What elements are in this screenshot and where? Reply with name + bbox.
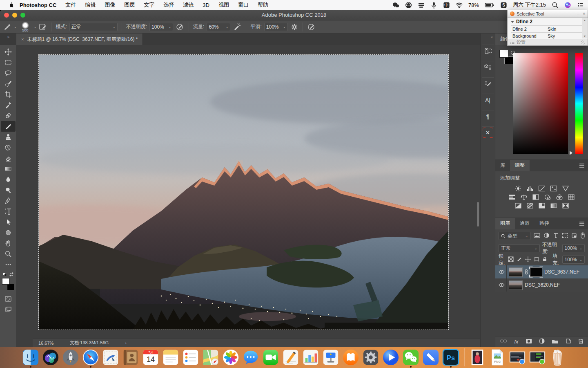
- history-brush-tool[interactable]: [1, 142, 16, 153]
- selective-tool-scrollbar[interactable]: ▲ ▼: [582, 18, 587, 38]
- hue-saturation-icon[interactable]: [508, 194, 516, 200]
- default-swap-colors-icons[interactable]: [3, 272, 13, 276]
- wechat-status-icon[interactable]: [392, 2, 399, 9]
- dodge-tool[interactable]: [1, 185, 16, 195]
- menu-window[interactable]: 窗口: [238, 1, 249, 9]
- vibrance-icon[interactable]: [561, 185, 570, 192]
- history-panel-icon[interactable]: [482, 45, 494, 57]
- menu-help[interactable]: 帮助: [258, 1, 268, 9]
- menu-bar-clock[interactable]: 周六 下午2:15: [513, 1, 546, 9]
- black-white-icon[interactable]: [532, 194, 540, 200]
- layer-row-dsc3620[interactable]: DSC_3620.NEF: [495, 278, 588, 292]
- nik-selective-tool-icon[interactable]: ✕: [482, 126, 494, 139]
- crop-tool[interactable]: [1, 89, 16, 100]
- color-picker-ring[interactable]: [511, 51, 515, 55]
- tab-layers[interactable]: 图层: [495, 218, 515, 229]
- curves-icon[interactable]: [538, 185, 546, 192]
- dock-png-file-icon[interactable]: PNG: [488, 347, 507, 368]
- selective-tool-close-button[interactable]: ×: [583, 11, 585, 16]
- creative-cloud-status-icon[interactable]: [405, 2, 412, 9]
- wifi-status-icon[interactable]: [456, 2, 463, 9]
- brush-tool[interactable]: [1, 121, 16, 132]
- notification-center-icon[interactable]: [577, 2, 584, 9]
- screen-mode-button[interactable]: [1, 304, 16, 315]
- gradient-tool[interactable]: [1, 164, 16, 174]
- layer-style-fx-icon[interactable]: fx: [514, 339, 518, 345]
- selective-tool-window[interactable]: Selective Tool – × Dfine 2 Dfine 2 Skin …: [507, 10, 588, 46]
- document-canvas-image[interactable]: [39, 55, 448, 330]
- panel-menu-icon[interactable]: [579, 163, 585, 171]
- layer-visibility-eye-icon[interactable]: [497, 278, 507, 292]
- filter-shape-layers-icon[interactable]: [562, 233, 568, 240]
- filter-toggle-pill[interactable]: [581, 232, 585, 240]
- menu-layer[interactable]: 图层: [124, 1, 135, 9]
- hue-slider-arrow[interactable]: [570, 151, 572, 155]
- hue-slider[interactable]: [575, 53, 583, 154]
- toolbar-collapse-chevrons[interactable]: »: [0, 34, 16, 45]
- clone-stamp-tool[interactable]: [1, 132, 16, 142]
- move-tool[interactable]: [1, 47, 16, 57]
- menu-view[interactable]: 视图: [218, 1, 229, 9]
- dock-screenshot-file-icon[interactable]: [508, 347, 527, 368]
- paragraph-panel-icon[interactable]: ¶: [482, 110, 494, 122]
- color-lookup-icon[interactable]: [567, 194, 575, 200]
- lasso-tool[interactable]: [1, 68, 16, 79]
- type-tool[interactable]: [1, 206, 16, 217]
- shadowsocks-status-icon[interactable]: S: [500, 2, 507, 9]
- dock-facetime-icon[interactable]: [261, 347, 280, 368]
- pressure-size-icon[interactable]: [307, 23, 316, 31]
- dock-safari-icon[interactable]: [81, 347, 100, 368]
- menu-image[interactable]: 图像: [105, 1, 115, 9]
- smoothing-options-gear-icon[interactable]: [290, 23, 298, 31]
- layer-opacity-select[interactable]: 100%⌄: [562, 244, 585, 252]
- ellipse-shape-tool[interactable]: [1, 227, 16, 238]
- filter-pixel-layers-icon[interactable]: [534, 233, 540, 240]
- layer-fill-select[interactable]: 100%⌄: [562, 256, 585, 264]
- menu-app-name[interactable]: Photoshop CC: [20, 2, 56, 8]
- tab-adjustments[interactable]: 调整: [510, 160, 530, 171]
- dock-contacts-icon[interactable]: [121, 347, 140, 368]
- eyedropper-tool[interactable]: [1, 100, 16, 110]
- lock-all-icon[interactable]: [542, 256, 547, 263]
- new-layer-icon[interactable]: [566, 338, 571, 345]
- airbrush-icon[interactable]: [233, 23, 242, 31]
- edit-toolbar-button[interactable]: [1, 259, 16, 270]
- blend-mode-select[interactable]: 正常⌄: [69, 23, 118, 31]
- layer-blend-mode-select[interactable]: 正常⌄: [499, 244, 540, 252]
- quick-selection-tool[interactable]: [1, 79, 16, 89]
- layer-mask-thumbnail[interactable]: [530, 267, 542, 277]
- flow-select[interactable]: 60%⌄: [207, 23, 230, 31]
- layer-thumbnail[interactable]: [509, 280, 523, 290]
- zoom-tool[interactable]: [1, 249, 16, 259]
- menu-select[interactable]: 选择: [163, 1, 174, 9]
- foreground-color-swatch[interactable]: [2, 278, 9, 285]
- rectangular-marquee-tool[interactable]: [1, 57, 16, 68]
- scroll-up-arrow[interactable]: ▲: [584, 19, 586, 22]
- dock-messages-icon[interactable]: [241, 347, 260, 368]
- tab-paths[interactable]: 路径: [535, 218, 554, 229]
- opacity-select[interactable]: 100%⌄: [149, 23, 173, 31]
- tab-channels[interactable]: 通道: [515, 218, 535, 229]
- properties-panel-icon[interactable]: [482, 61, 494, 73]
- dock-numbers-icon[interactable]: [301, 347, 320, 368]
- dock-itunes-icon[interactable]: [381, 347, 400, 368]
- link-layers-icon[interactable]: [500, 339, 507, 345]
- layers-panel-menu-icon[interactable]: [579, 221, 585, 229]
- brush-tool-preset-icon[interactable]: [3, 23, 11, 31]
- dock-wechat-icon[interactable]: [401, 347, 420, 368]
- menu-edit[interactable]: 编辑: [85, 1, 96, 9]
- channel-mixer-icon[interactable]: [555, 194, 564, 200]
- selective-tool-minimize-button[interactable]: –: [577, 11, 580, 16]
- background-color-swatch[interactable]: [7, 284, 14, 290]
- dock-ibooks-icon[interactable]: [341, 347, 360, 368]
- selective-tool-row[interactable]: Background Sky: [511, 32, 582, 39]
- path-selection-tool[interactable]: [1, 217, 16, 227]
- pressure-opacity-icon[interactable]: [176, 23, 185, 31]
- dock-calendar-icon[interactable]: 7月14: [141, 347, 160, 368]
- dock-maps-icon[interactable]: [201, 347, 220, 368]
- close-document-icon[interactable]: ×: [21, 37, 24, 42]
- keyboard-status-icon[interactable]: [418, 2, 425, 9]
- lock-position-icon[interactable]: [525, 256, 531, 263]
- dock-siri-icon[interactable]: [41, 347, 60, 368]
- color-foreground-swatch[interactable]: [499, 50, 508, 58]
